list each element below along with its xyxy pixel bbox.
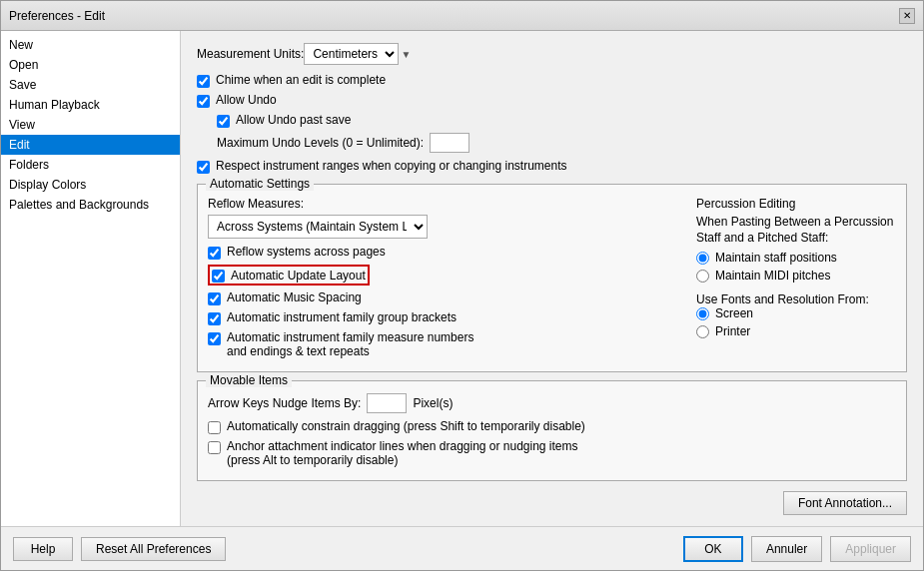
font-annotation-row: Font Annotation... [197, 491, 907, 515]
movable-items-group: Movable Items Arrow Keys Nudge Items By:… [197, 380, 907, 481]
max-undo-row: Maximum Undo Levels (0 = Unlimited): 0 [197, 133, 907, 153]
auto-family-measure-text: Automatic instrument family measure numb… [227, 330, 473, 358]
printer-row: Printer [696, 324, 753, 338]
constrain-checkbox[interactable] [208, 421, 221, 434]
allow-undo-past-save-label: Allow Undo past save [236, 113, 351, 127]
measurement-select[interactable]: CentimetersInchesPointsMillimeters [304, 43, 399, 65]
use-fonts-label: Use Fonts and Resolution From: [696, 292, 869, 306]
reflow-select[interactable]: Across Systems (Maintain System Locks)Wi… [208, 215, 428, 239]
reflow-select-row: Across Systems (Maintain System Locks)Wi… [208, 215, 680, 239]
window-title: Preferences - Edit [9, 9, 105, 23]
nudge-row: Arrow Keys Nudge Items By: 1 Pixel(s) [208, 393, 896, 413]
screen-radio[interactable] [696, 307, 709, 320]
allow-undo-past-save-row: Allow Undo past save [197, 113, 907, 128]
measurement-label: Measurement Units: [197, 47, 304, 61]
auto-update-layout-label: Automatic Update Layout [231, 269, 366, 283]
respect-instruments-row: Respect instrument ranges when copying o… [197, 159, 907, 174]
font-resolution-row: Use Fonts and Resolution From: Screen Pr… [696, 292, 896, 342]
percussion-title: Percussion Editing [696, 197, 896, 211]
auto-family-measure-label: Automatic instrument family measure numb… [227, 330, 473, 344]
measurement-row: Measurement Units: CentimetersInchesPoin… [197, 43, 907, 65]
auto-update-layout-highlight: Automatic Update Layout [208, 265, 370, 286]
movable-inner: Arrow Keys Nudge Items By: 1 Pixel(s) Au… [208, 393, 896, 467]
dropdown-arrow-icon: ▼ [401, 49, 411, 60]
anchor-checkbox[interactable] [208, 441, 221, 454]
main-panel: Measurement Units: CentimetersInchesPoin… [181, 31, 923, 526]
allow-undo-row: Allow Undo [197, 93, 907, 108]
screen-label: Screen [715, 306, 753, 320]
maintain-midi-label: Maintain MIDI pitches [715, 269, 830, 283]
auto-family-measure-checkbox[interactable] [208, 332, 221, 345]
close-button[interactable]: ✕ [899, 8, 915, 24]
percussion-group: Percussion Editing When Pasting Between … [696, 197, 896, 363]
preferences-window: Preferences - Edit ✕ New Open Save Human… [0, 0, 924, 571]
movable-title: Movable Items [206, 373, 292, 387]
anchor-label: Anchor attachment indicator lines when d… [227, 439, 578, 453]
paste-label2: Staff and a Pitched Staff: [696, 231, 896, 245]
cancel-button[interactable]: Annuler [751, 536, 822, 562]
auto-update-layout-row: Automatic Update Layout [208, 265, 680, 286]
ok-button[interactable]: OK [683, 536, 743, 562]
sidebar-item-palettes[interactable]: Palettes and Backgrounds [1, 195, 180, 215]
maintain-midi-row: Maintain MIDI pitches [696, 269, 896, 283]
chime-label: Chime when an edit is complete [216, 73, 386, 87]
paste-label: When Pasting Between a Percussion [696, 215, 896, 229]
auto-music-spacing-row: Automatic Music Spacing [208, 290, 680, 305]
reflow-systems-checkbox[interactable] [208, 247, 221, 260]
automatic-settings-inner: Reflow Measures: Across Systems (Maintai… [208, 197, 896, 363]
reflow-systems-row: Reflow systems across pages [208, 245, 680, 260]
help-button[interactable]: Help [13, 537, 73, 561]
auto-family-brackets-row: Automatic instrument family group bracke… [208, 310, 680, 325]
auto-update-layout-checkbox[interactable] [212, 270, 225, 283]
font-resolution-options: Screen Printer [696, 306, 753, 342]
reflow-label: Reflow Measures: [208, 197, 680, 211]
sidebar-item-folders[interactable]: Folders [1, 155, 180, 175]
auto-music-spacing-label: Automatic Music Spacing [227, 290, 362, 304]
nudge-label: Arrow Keys Nudge Items By: [208, 396, 361, 410]
sidebar: New Open Save Human Playback View Edit F… [1, 31, 181, 526]
footer-left: Help Reset All Preferences [13, 537, 226, 561]
maintain-midi-radio[interactable] [696, 270, 709, 283]
footer: Help Reset All Preferences OK Annuler Ap… [1, 526, 923, 570]
anchor-row: Anchor attachment indicator lines when d… [208, 439, 896, 467]
respect-instruments-checkbox[interactable] [197, 161, 210, 174]
screen-row: Screen [696, 306, 753, 320]
chime-row: Chime when an edit is complete [197, 73, 907, 88]
footer-right: OK Annuler Appliquer [683, 536, 911, 562]
printer-radio[interactable] [696, 325, 709, 338]
font-annotation-button[interactable]: Font Annotation... [783, 491, 907, 515]
max-undo-input[interactable]: 0 [430, 133, 469, 153]
allow-undo-checkbox[interactable] [197, 95, 210, 108]
apply-button[interactable]: Appliquer [830, 536, 911, 562]
anchor-sub: (press Alt to temporarily disable) [227, 453, 578, 467]
reset-preferences-button[interactable]: Reset All Preferences [81, 537, 226, 561]
content-area: New Open Save Human Playback View Edit F… [1, 31, 923, 526]
title-bar: Preferences - Edit ✕ [1, 1, 923, 31]
maintain-staff-label: Maintain staff positions [715, 251, 837, 265]
auto-music-spacing-checkbox[interactable] [208, 292, 221, 305]
sidebar-item-view[interactable]: View [1, 115, 180, 135]
sidebar-item-save[interactable]: Save [1, 75, 180, 95]
maintain-staff-radio[interactable] [696, 252, 709, 265]
sidebar-item-human-playback[interactable]: Human Playback [1, 95, 180, 115]
respect-instruments-label: Respect instrument ranges when copying o… [216, 159, 567, 173]
sidebar-item-display-colors[interactable]: Display Colors [1, 175, 180, 195]
sidebar-item-open[interactable]: Open [1, 55, 180, 75]
automatic-settings-title: Automatic Settings [206, 177, 314, 191]
allow-undo-past-save-checkbox[interactable] [217, 115, 230, 128]
auto-family-brackets-checkbox[interactable] [208, 312, 221, 325]
auto-family-measure-row: Automatic instrument family measure numb… [208, 330, 680, 358]
constrain-label: Automatically constrain dragging (press … [227, 419, 585, 433]
anchor-text: Anchor attachment indicator lines when d… [227, 439, 578, 467]
auto-family-measure-sub: and endings & text repeats [227, 344, 473, 358]
auto-family-brackets-label: Automatic instrument family group bracke… [227, 310, 457, 324]
sidebar-item-edit[interactable]: Edit [1, 135, 180, 155]
nudge-input[interactable]: 1 [367, 393, 407, 413]
maintain-staff-row: Maintain staff positions [696, 251, 896, 265]
allow-undo-label: Allow Undo [216, 93, 277, 107]
sidebar-item-new[interactable]: New [1, 35, 180, 55]
nudge-unit: Pixel(s) [413, 396, 453, 410]
max-undo-label: Maximum Undo Levels (0 = Unlimited): [217, 136, 424, 150]
chime-checkbox[interactable] [197, 75, 210, 88]
constrain-row: Automatically constrain dragging (press … [208, 419, 896, 434]
